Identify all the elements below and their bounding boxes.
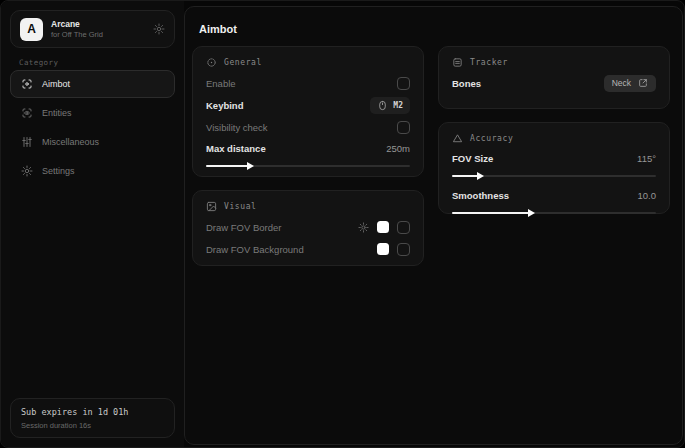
section-title: Tracker bbox=[470, 58, 508, 67]
smoothness-row: Smoothness 10.0 bbox=[452, 185, 656, 205]
general-card: General Enable Keybind bbox=[192, 46, 424, 177]
app-subtitle: for Off The Grid bbox=[51, 30, 145, 39]
image-icon bbox=[206, 201, 217, 212]
sidebar-item-label: Settings bbox=[42, 166, 75, 176]
sliders-icon bbox=[21, 136, 33, 148]
sidebar: A Arcane for Off The Grid Category bbox=[1, 1, 184, 447]
bones-select[interactable]: Neck bbox=[604, 75, 656, 92]
smoothness-slider[interactable] bbox=[452, 208, 656, 217]
session-duration-text: Session duration 16s bbox=[21, 421, 164, 430]
bones-value: Neck bbox=[612, 78, 631, 88]
sidebar-item-entities[interactable]: Entities bbox=[10, 99, 175, 127]
smoothness-label: Smoothness bbox=[452, 190, 509, 201]
expand-icon bbox=[638, 78, 648, 88]
section-title: Accuracy bbox=[470, 134, 513, 143]
section-title: Visual bbox=[224, 202, 257, 211]
scan-eye-icon bbox=[21, 107, 33, 119]
fov-size-value: 115° bbox=[637, 153, 656, 164]
keybind-value: M2 bbox=[393, 101, 403, 110]
slider-thumb[interactable] bbox=[247, 162, 254, 170]
triangle-icon bbox=[452, 133, 463, 144]
fov-border-row: Draw FOV Border bbox=[206, 216, 410, 238]
sidebar-item-label: Miscellaneous bbox=[42, 137, 99, 147]
mouse-icon bbox=[377, 100, 388, 111]
fov-border-checkbox[interactable] bbox=[397, 221, 410, 234]
max-distance-slider[interactable] bbox=[206, 161, 410, 170]
fov-size-slider[interactable] bbox=[452, 171, 656, 180]
sidebar-nav: Aimbot Entities bbox=[10, 70, 175, 185]
fov-background-color-swatch[interactable] bbox=[377, 243, 389, 255]
sidebar-item-aimbot[interactable]: Aimbot bbox=[10, 70, 175, 98]
fov-border-label: Draw FOV Border bbox=[206, 222, 282, 233]
tracker-icon bbox=[452, 57, 463, 68]
category-label: Category bbox=[19, 58, 58, 67]
fov-border-color-swatch[interactable] bbox=[377, 221, 389, 233]
app-name: Arcane bbox=[51, 19, 145, 30]
smoothness-value: 10.0 bbox=[638, 190, 657, 201]
fov-background-checkbox[interactable] bbox=[397, 243, 410, 256]
enable-checkbox[interactable] bbox=[397, 77, 410, 90]
sub-expires-text: Sub expires in 1d 01h bbox=[21, 407, 164, 417]
visual-card: Visual Draw FOV Border bbox=[192, 190, 424, 266]
fov-size-label: FOV Size bbox=[452, 153, 493, 164]
bones-row: Bones Neck bbox=[452, 72, 656, 94]
max-distance-label: Max distance bbox=[206, 143, 266, 154]
gear-icon bbox=[21, 165, 33, 177]
brand-card: A Arcane for Off The Grid bbox=[10, 10, 175, 48]
gear-icon[interactable] bbox=[153, 23, 165, 35]
app-logo: A bbox=[20, 18, 43, 41]
subscription-card: Sub expires in 1d 01h Session duration 1… bbox=[10, 398, 175, 438]
keybind-label: Keybind bbox=[206, 100, 243, 111]
visibility-check-checkbox[interactable] bbox=[397, 121, 410, 134]
page-title: Aimbot bbox=[199, 23, 237, 35]
visibility-check-row: Visibility check bbox=[206, 116, 410, 138]
sidebar-item-label: Entities bbox=[42, 108, 72, 118]
sidebar-item-label: Aimbot bbox=[42, 79, 70, 89]
app-window: A Arcane for Off The Grid Category bbox=[0, 0, 685, 448]
sidebar-item-miscellaneous[interactable]: Miscellaneous bbox=[10, 128, 175, 156]
crosshair-icon bbox=[21, 78, 33, 90]
accuracy-card: Accuracy FOV Size 115° Smoothness 10.0 bbox=[438, 122, 670, 214]
enable-label: Enable bbox=[206, 78, 236, 89]
main-panel: Aimbot General bbox=[184, 6, 683, 445]
sidebar-item-settings[interactable]: Settings bbox=[10, 157, 175, 185]
fov-size-row: FOV Size 115° bbox=[452, 148, 656, 168]
bones-label: Bones bbox=[452, 78, 481, 89]
max-distance-row: Max distance 250m bbox=[206, 138, 410, 158]
enable-row: Enable bbox=[206, 72, 410, 94]
gear-icon[interactable] bbox=[358, 222, 369, 233]
tracker-card: Tracker Bones Neck bbox=[438, 46, 670, 109]
section-title: General bbox=[224, 58, 262, 67]
keybind-row: Keybind M2 bbox=[206, 94, 410, 116]
slider-thumb[interactable] bbox=[528, 209, 535, 217]
slider-thumb[interactable] bbox=[477, 172, 484, 180]
fov-background-row: Draw FOV Background bbox=[206, 238, 410, 260]
max-distance-value: 250m bbox=[386, 143, 410, 154]
visibility-check-label: Visibility check bbox=[206, 122, 268, 133]
crosshair-icon bbox=[206, 57, 217, 68]
keybind-button[interactable]: M2 bbox=[370, 97, 410, 114]
fov-background-label: Draw FOV Background bbox=[206, 244, 304, 255]
